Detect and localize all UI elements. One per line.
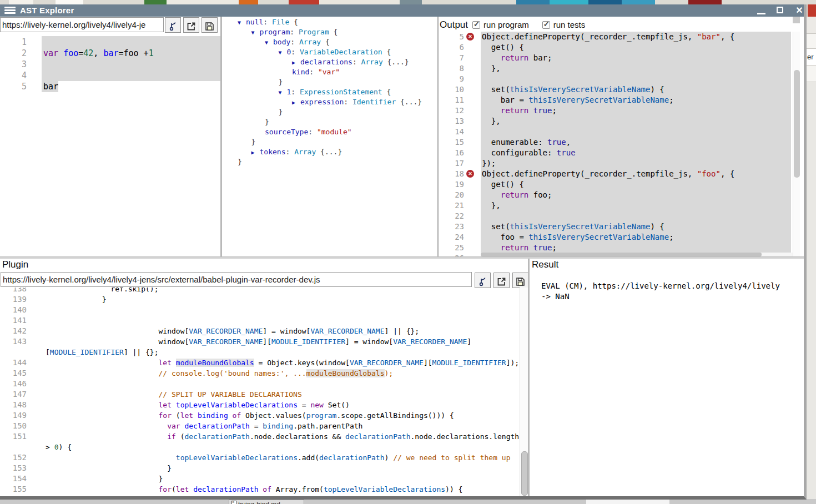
code-line[interactable]: 153 }: [0, 463, 520, 473]
save-button[interactable]: [202, 17, 218, 33]
minimize-button[interactable]: [756, 4, 767, 17]
code-line[interactable]: 8 },: [439, 63, 793, 74]
ast-node[interactable]: }: [222, 77, 437, 87]
scrollbar-thumb[interactable]: [794, 70, 800, 178]
code-line[interactable]: 18✕Object.defineProperty(_recorder_.temp…: [439, 169, 793, 179]
code-line[interactable]: 15 enumerable: true,: [439, 137, 793, 148]
code-line[interactable]: 12 return true;: [439, 105, 793, 116]
code-line[interactable]: 149 for (let binding of Object.values(pr…: [0, 410, 520, 421]
code-line[interactable]: 20 return foo;: [439, 190, 793, 200]
code-line[interactable]: 24 foo = thisIsVererySecretVariableName;: [439, 232, 793, 243]
checkbox-label[interactable]: run tests: [553, 20, 586, 29]
ast-node[interactable]: }: [222, 157, 437, 167]
code-line[interactable]: 25 return true;: [439, 243, 793, 253]
code-line[interactable]: 148 let topLevelVariableDeclarations = n…: [0, 400, 520, 410]
code-line[interactable]: 16 configurable: true: [439, 148, 793, 158]
scrollbar-stub[interactable]: [793, 17, 800, 23]
ast-node[interactable]: ▶tokens: Array {...}: [222, 147, 437, 157]
code-line[interactable]: 14: [439, 127, 793, 137]
version-graph-button[interactable]: [475, 273, 491, 288]
maximize-button[interactable]: [775, 4, 786, 17]
menu-icon[interactable]: [4, 7, 16, 15]
code-line[interactable]: 156 declarationPath.node.declarations.fo…: [0, 495, 520, 496]
ast-node[interactable]: ▼body: Array {: [222, 37, 437, 47]
code-line[interactable]: 155 for(let declarationPath of Array.fro…: [0, 484, 520, 495]
code-line[interactable]: 4: [0, 70, 220, 81]
code-line[interactable]: 2var foo=42, bar=foo +1: [0, 48, 220, 59]
error-icon[interactable]: ✕: [466, 33, 474, 41]
checkbox-run-tests[interactable]: ✓: [542, 21, 550, 29]
source-url-input[interactable]: [0, 17, 164, 32]
ast-node[interactable]: kind: "var": [222, 67, 437, 77]
plugin-editor[interactable]: 138 ref.skip();139 }140141142 window[VAR…: [0, 288, 520, 496]
error-icon[interactable]: ✕: [466, 170, 474, 178]
ast-node[interactable]: ▼1: ExpressionStatement {: [222, 87, 437, 97]
code-line[interactable]: > 0) {: [0, 442, 520, 452]
code-line[interactable]: 138 ref.skip();: [0, 288, 520, 294]
close-button[interactable]: ✕: [794, 4, 805, 17]
code-line[interactable]: 17});: [439, 158, 793, 169]
ast-node[interactable]: ▶declarations: Array {...}: [222, 57, 437, 67]
code-line[interactable]: 143 window[VAR_RECORDER_NAME][MODULE_IDE…: [0, 336, 520, 347]
expand-arrow-icon[interactable]: ▶: [251, 148, 260, 158]
collapse-arrow-icon[interactable]: ▼: [279, 88, 287, 98]
titlebar[interactable]: AST Explorer ✕: [0, 4, 804, 17]
checkbox-run-program[interactable]: ✓: [472, 21, 480, 29]
collapse-arrow-icon[interactable]: ▼: [251, 28, 260, 38]
code-line[interactable]: 21 },: [439, 200, 793, 211]
code-line[interactable]: 1: [0, 37, 220, 48]
code-line[interactable]: 145 // console.log('bound names:', ...mo…: [0, 368, 520, 379]
code-line[interactable]: 142 window[VAR_RECORDER_NAME] = window[V…: [0, 326, 520, 336]
horizontal-scrollbar[interactable]: [481, 253, 793, 256]
code-line[interactable]: 5✕Object.defineProperty(_recorder_.tempf…: [439, 32, 793, 42]
ast-node[interactable]: }: [222, 117, 437, 127]
expand-arrow-icon[interactable]: ▶: [292, 98, 300, 108]
code-line[interactable]: 9: [439, 74, 793, 84]
open-external-button[interactable]: [183, 17, 199, 33]
ast-node[interactable]: ▼program: Program {: [222, 27, 437, 37]
ast-node[interactable]: }: [222, 137, 437, 147]
code-line[interactable]: 23 set(thisIsVererySecretVariableName) {: [439, 221, 793, 232]
version-graph-button[interactable]: [165, 17, 181, 33]
collapse-arrow-icon[interactable]: ▼: [279, 48, 287, 58]
collapse-arrow-icon[interactable]: ▼: [238, 18, 246, 28]
vertical-scrollbar[interactable]: [793, 32, 800, 256]
code-line[interactable]: 150 var declarationPath = binding.path.p…: [0, 421, 520, 431]
save-button[interactable]: [512, 273, 528, 288]
ast-node[interactable]: }: [222, 107, 437, 117]
code-line[interactable]: [MODULE_IDENTIFIER] || {};: [0, 347, 520, 357]
open-external-button[interactable]: [493, 273, 510, 288]
vertical-scrollbar[interactable]: [520, 288, 528, 496]
code-line[interactable]: 19 get() {: [439, 179, 793, 190]
code-line[interactable]: 3: [0, 59, 220, 70]
code-line[interactable]: 13 },: [439, 116, 793, 127]
checkbox-label[interactable]: run program: [483, 20, 529, 29]
scrollbar-thumb[interactable]: [521, 451, 528, 496]
ast-node[interactable]: ▼0: VariableDeclaration {: [222, 47, 437, 57]
code-line[interactable]: 140: [0, 305, 520, 315]
code-line[interactable]: 139 }: [0, 294, 520, 305]
code-line[interactable]: 7 return bar;: [439, 53, 793, 63]
code-line[interactable]: 10 set(thisIsVererySecretVariableName) {: [439, 84, 793, 95]
ast-node[interactable]: ▼null: File {: [222, 17, 437, 27]
code-line[interactable]: 151 if (declarationPath.node.declaration…: [0, 431, 520, 442]
code-line[interactable]: 144 let moduleBoundGlobals = Object.keys…: [0, 357, 520, 368]
source-editor[interactable]: 12var foo=42, bar=foo +1345bar: [0, 33, 220, 256]
expand-arrow-icon[interactable]: ▶: [292, 58, 300, 68]
plugin-url-input[interactable]: [1, 272, 472, 287]
collapse-arrow-icon[interactable]: ▼: [265, 38, 273, 48]
ast-node[interactable]: sourceType: "module": [222, 127, 437, 137]
output-editor[interactable]: 5✕Object.defineProperty(_recorder_.tempf…: [439, 32, 793, 256]
ast-node[interactable]: ▶expression: Identifier {...}: [222, 97, 437, 107]
code-line[interactable]: 141: [0, 315, 520, 326]
code-line[interactable]: 154 }: [0, 473, 520, 484]
code-line[interactable]: 152 topLevelVariableDeclarations.add(dec…: [0, 452, 520, 463]
background-tab[interactable]: ≡trying-bind.md: [229, 500, 304, 504]
code-line[interactable]: 5bar: [0, 81, 220, 92]
code-line[interactable]: 11 bar = thisIsVererySecretVariableName;: [439, 95, 793, 105]
code-line[interactable]: 147 // SPLIT UP VARIABLE DECLARATIONS: [0, 389, 520, 400]
code-line[interactable]: 146: [0, 379, 520, 389]
code-line[interactable]: 22: [439, 211, 793, 221]
scrollbar-thumb[interactable]: [481, 253, 762, 256]
ast-tree-panel[interactable]: ▼null: File {▼program: Program {▼body: A…: [222, 17, 437, 256]
